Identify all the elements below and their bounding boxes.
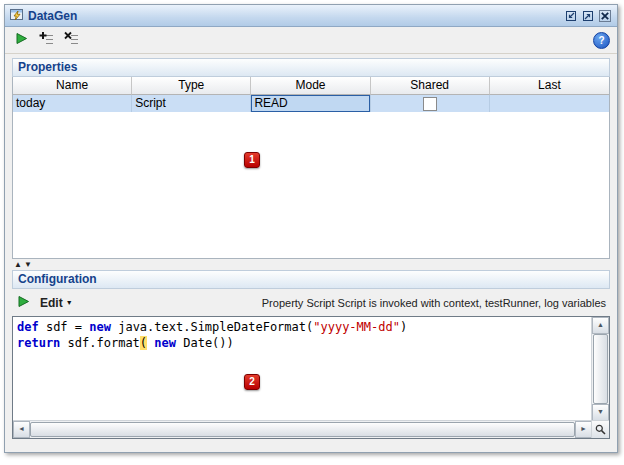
- panel-content: Properties Name Type Mode Shared Last to…: [5, 54, 617, 452]
- column-header-type[interactable]: Type: [132, 77, 251, 95]
- run-script-button[interactable]: [14, 294, 32, 312]
- chevron-down-icon: ▼: [66, 299, 73, 306]
- remove-property-button[interactable]: [62, 31, 80, 49]
- configuration-toolbar: Edit ▼ Property Script Script is invoked…: [12, 289, 610, 316]
- section-splitter[interactable]: ▲ ▼: [12, 259, 610, 270]
- script-info-text: Property Script Script is invoked with c…: [262, 297, 608, 309]
- run-script-icon: [17, 295, 30, 311]
- run-button[interactable]: [12, 31, 30, 49]
- collapse-down-icon[interactable]: ▼: [23, 260, 33, 270]
- remove-property-icon: [64, 31, 79, 49]
- help-icon[interactable]: ?: [593, 32, 610, 49]
- cell-type[interactable]: Script: [132, 95, 251, 112]
- column-header-mode[interactable]: Mode: [251, 77, 370, 95]
- vertical-scroll-thumb[interactable]: [593, 334, 608, 404]
- cell-name[interactable]: today: [13, 95, 132, 112]
- close-window-icon[interactable]: [598, 9, 612, 23]
- horizontal-scroll-thumb[interactable]: [30, 422, 575, 437]
- column-header-last[interactable]: Last: [490, 77, 609, 95]
- scroll-down-icon[interactable]: ▼: [592, 404, 609, 421]
- table-row[interactable]: today Script READ: [13, 95, 609, 112]
- horizontal-scrollbar[interactable]: ◄ ►: [13, 420, 592, 438]
- maximize-window-icon[interactable]: [581, 9, 595, 23]
- callout-1-badge: 1: [244, 152, 260, 168]
- cell-mode[interactable]: READ: [251, 95, 370, 112]
- scroll-right-icon[interactable]: ►: [575, 421, 592, 438]
- window-title: DataGen: [28, 9, 559, 23]
- properties-table: Name Type Mode Shared Last today Script …: [12, 77, 610, 259]
- window-controls: [564, 9, 612, 23]
- datagen-window: DataGen: [4, 4, 618, 453]
- code-content[interactable]: def sdf = new java.text.SimpleDateFormat…: [14, 318, 592, 421]
- minimize-window-icon[interactable]: [564, 9, 578, 23]
- title-bar[interactable]: DataGen: [5, 5, 617, 27]
- cell-last: [490, 95, 609, 112]
- properties-table-header: Name Type Mode Shared Last: [13, 77, 609, 95]
- add-property-button[interactable]: [37, 31, 55, 49]
- cell-shared: [371, 95, 490, 112]
- configuration-section-header: Configuration: [12, 270, 610, 289]
- add-property-icon: [39, 31, 54, 49]
- collapse-up-icon[interactable]: ▲: [13, 260, 23, 270]
- scroll-up-icon[interactable]: ▲: [592, 317, 609, 334]
- run-icon: [15, 32, 28, 48]
- edit-menu-button[interactable]: Edit ▼: [38, 296, 75, 310]
- shared-checkbox[interactable]: [423, 97, 437, 111]
- vertical-scrollbar[interactable]: ▲ ▼: [591, 317, 609, 421]
- scroll-left-icon[interactable]: ◄: [13, 421, 30, 438]
- callout-2-badge: 2: [244, 374, 260, 390]
- magnifier-button[interactable]: [591, 420, 609, 438]
- properties-section-header: Properties: [12, 58, 610, 77]
- magnifier-icon: [595, 421, 606, 439]
- column-header-name[interactable]: Name: [13, 77, 132, 95]
- edit-menu-label: Edit: [40, 296, 63, 310]
- script-editor[interactable]: def sdf = new java.text.SimpleDateFormat…: [12, 316, 610, 439]
- datagen-icon: [10, 7, 23, 25]
- main-toolbar: ?: [5, 27, 617, 54]
- column-header-shared[interactable]: Shared: [371, 77, 490, 95]
